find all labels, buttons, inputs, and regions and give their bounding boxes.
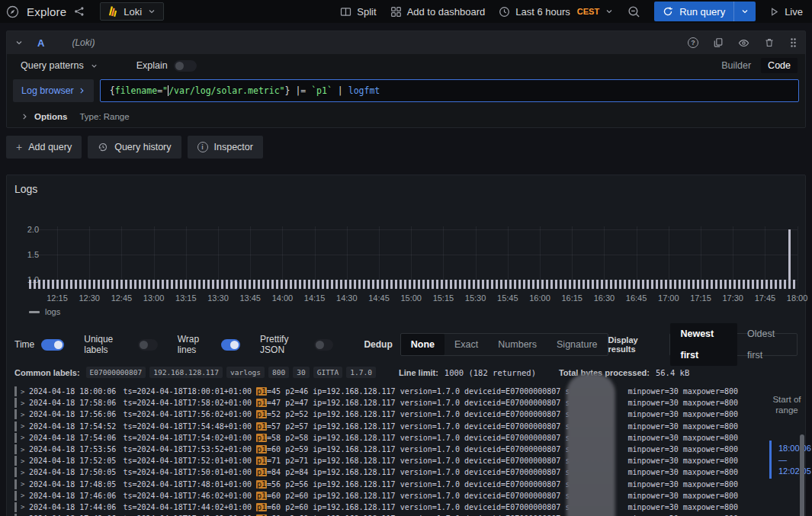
volume-bar[interactable] <box>701 280 704 289</box>
logs-scrollbar-thumb[interactable] <box>800 434 804 516</box>
volume-bar[interactable] <box>711 280 713 289</box>
volume-bar[interactable] <box>194 280 196 289</box>
volume-bar[interactable] <box>61 280 63 289</box>
volume-bar[interactable] <box>413 280 416 289</box>
toggle-switch[interactable] <box>138 339 158 351</box>
time-range-picker[interactable]: Last 6 hours CEST <box>499 6 614 18</box>
volume-bar[interactable] <box>180 280 182 289</box>
volume-bar[interactable] <box>189 280 191 289</box>
volume-bar[interactable] <box>354 280 356 289</box>
dedup-option[interactable]: Signature <box>547 334 608 355</box>
volume-bar[interactable] <box>111 280 114 289</box>
log-row[interactable]: >2024-04-18 17:48:05ts=2024-04-18T17:48:… <box>14 479 798 490</box>
query-history-button[interactable]: Query history <box>88 136 181 159</box>
volume-bar[interactable] <box>148 280 150 289</box>
volume-bar[interactable] <box>660 280 663 289</box>
volume-bar[interactable] <box>134 280 136 289</box>
volume-bar[interactable] <box>400 280 402 289</box>
volume-bar[interactable] <box>546 280 548 289</box>
volume-bar[interactable] <box>239 280 242 289</box>
volume-bar[interactable] <box>688 280 690 289</box>
volume-bar[interactable] <box>743 280 745 289</box>
volume-bar[interactable] <box>765 280 768 289</box>
expand-chevron-icon[interactable]: > <box>21 480 29 488</box>
volume-bar[interactable] <box>605 280 608 289</box>
volume-bar[interactable] <box>363 280 365 289</box>
volume-bar[interactable] <box>706 280 708 289</box>
volume-bar[interactable] <box>665 280 667 289</box>
log-row[interactable]: >2024-04-18 17:50:05ts=2024-04-18T17:50:… <box>14 466 798 478</box>
expand-chevron-icon[interactable]: > <box>21 411 29 418</box>
volume-bar[interactable] <box>486 280 489 289</box>
volume-bar[interactable] <box>152 280 155 289</box>
volume-bar[interactable] <box>537 280 539 289</box>
volume-bar[interactable] <box>130 280 132 289</box>
volume-bar[interactable] <box>720 280 722 289</box>
volume-bar[interactable] <box>669 280 672 289</box>
volume-bar[interactable] <box>217 280 219 289</box>
volume-bar[interactable] <box>587 280 589 289</box>
live-button[interactable]: Live <box>769 6 803 18</box>
volume-bar[interactable] <box>500 280 502 289</box>
dedup-option[interactable]: None <box>401 334 445 355</box>
volume-bar[interactable] <box>624 280 626 289</box>
toggle-switch[interactable] <box>41 339 64 351</box>
toggle-switch[interactable] <box>221 339 240 351</box>
volume-bar[interactable] <box>596 280 599 289</box>
volume-bar[interactable] <box>615 280 617 289</box>
log-row[interactable]: >2024-04-18 17:46:06ts=2024-04-18T17:46:… <box>14 490 798 502</box>
run-query-button[interactable]: Run query <box>654 2 756 21</box>
volume-bar[interactable] <box>738 280 740 289</box>
volume-bar[interactable] <box>313 280 315 289</box>
volume-bar[interactable] <box>271 280 274 289</box>
volume-bar[interactable] <box>637 280 640 289</box>
chart-legend[interactable]: logs <box>29 307 60 316</box>
volume-bar[interactable] <box>715 280 717 289</box>
volume-bar[interactable] <box>482 280 484 289</box>
volume-bar[interactable] <box>75 280 77 289</box>
volume-bar[interactable] <box>390 280 393 289</box>
volume-bar[interactable] <box>445 280 448 289</box>
volume-bar[interactable] <box>459 280 461 289</box>
volume-bar[interactable] <box>367 280 370 289</box>
volume-bar[interactable] <box>468 280 470 289</box>
volume-bar[interactable] <box>29 280 31 289</box>
volume-bar[interactable] <box>326 280 329 289</box>
volume-bar[interactable] <box>358 280 361 289</box>
volume-bar[interactable] <box>775 280 777 289</box>
volume-bar[interactable] <box>697 280 699 289</box>
volume-bar[interactable] <box>528 280 530 289</box>
volume-bar[interactable] <box>93 280 95 289</box>
log-row[interactable]: >2024-04-18 17:54:06ts=2024-04-18T17:54:… <box>14 432 798 444</box>
volume-bar[interactable] <box>770 280 772 289</box>
volume-bar[interactable] <box>207 280 210 289</box>
volume-bar[interactable] <box>569 280 571 289</box>
volume-bar[interactable] <box>784 280 786 289</box>
volume-bar[interactable] <box>267 280 269 289</box>
volume-bar[interactable] <box>610 280 612 289</box>
volume-bar[interactable] <box>66 280 68 289</box>
volume-bar[interactable] <box>281 280 283 289</box>
volume-bar[interactable] <box>729 280 731 289</box>
volume-bar[interactable] <box>647 280 649 289</box>
volume-bar[interactable] <box>349 280 351 289</box>
volume-bar[interactable] <box>98 280 100 289</box>
log-row[interactable]: >2024-04-18 17:58:06ts=2024-04-18T17:58:… <box>14 397 798 409</box>
volume-bar[interactable] <box>79 280 82 289</box>
volume-bar[interactable] <box>432 280 434 289</box>
volume-bar[interactable] <box>107 280 109 289</box>
volume-bar[interactable] <box>555 280 557 289</box>
volume-bar[interactable] <box>162 280 164 289</box>
volume-bar[interactable] <box>226 280 228 289</box>
volume-bar[interactable] <box>303 280 306 289</box>
volume-bar[interactable] <box>276 280 278 289</box>
volume-bar[interactable] <box>601 280 603 289</box>
volume-bar[interactable] <box>651 280 653 289</box>
volume-bar[interactable] <box>404 280 406 289</box>
volume-bar[interactable] <box>441 280 443 289</box>
loaded-range-indicator[interactable]: 18:00:06 — 12:02:05 <box>769 441 811 479</box>
expand-chevron-icon[interactable]: > <box>21 469 29 476</box>
volume-bar[interactable] <box>583 280 585 289</box>
volume-bar[interactable] <box>262 280 265 289</box>
volume-bar[interactable] <box>340 280 342 289</box>
